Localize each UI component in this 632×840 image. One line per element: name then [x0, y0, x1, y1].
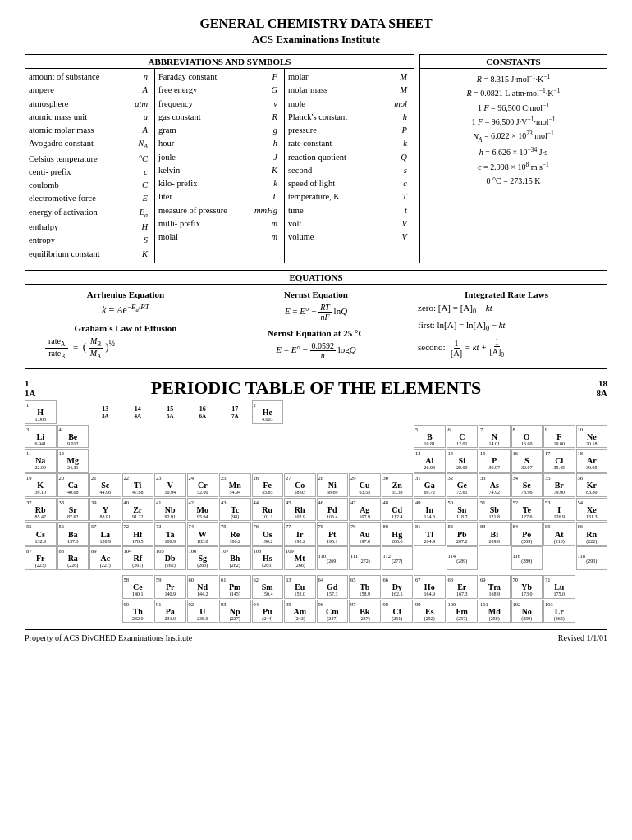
abbrev-row: Avogadro constantNA: [29, 137, 151, 152]
abbrev-row: electromotive forceE: [29, 192, 151, 205]
element-As: 33As74.92: [479, 473, 511, 497]
abbrev-row: kelvinK: [158, 164, 281, 177]
abbrev-row: frequencyv: [158, 98, 281, 111]
actinide-row: 90Th232.0 91Pa231.0 92U238.0 93Np(237) 9…: [25, 600, 607, 623]
pt-grid: 1H1.008 133A 144A 155A 166A 177A 2He4.00…: [25, 400, 607, 623]
abbrev-row: molemol: [288, 98, 410, 111]
period-2: 3Li6.941 4Be9.012 5B10.81 6C12.01 7N14.0…: [25, 425, 607, 449]
group-1-label: 11A: [25, 378, 35, 398]
element-N: 7N14.01: [479, 425, 511, 449]
element-Fm: 100Fm(257): [447, 600, 479, 623]
element-Sb: 51Sb121.8: [479, 498, 511, 522]
abbrev-row: Faraday constantF: [158, 71, 281, 84]
equations-title: EQUATIONS: [25, 271, 607, 285]
abbrev-col-2: Faraday constantF free energyG frequency…: [155, 69, 285, 262]
footer-right: Revised 1/1/01: [558, 633, 607, 642]
nernst25-title: Nernst Equation at 25 °C: [227, 328, 405, 338]
element-Ta: 73Ta180.9: [154, 522, 186, 546]
element-La: 57La138.9: [89, 522, 121, 546]
element-Am: 95Am(243): [284, 600, 316, 623]
element-Ti: 22Ti47.88: [122, 473, 154, 497]
constants-content: R = 8.315 J·mol−1·K−1 R = 0.0821 L·atm·m…: [420, 69, 607, 191]
nernst-title: Nernst Equation: [227, 290, 405, 299]
abbrev-col-1: amount of substancen ampereA atmospherea…: [25, 69, 155, 262]
const-row: h = 6.626 × 10−34 J·s: [425, 145, 602, 159]
integrated-title: Integrated Rate Laws: [418, 290, 595, 299]
const-row: R = 8.315 J·mol−1·K−1: [425, 72, 602, 86]
element-Nd: 60Nd144.2: [187, 575, 219, 599]
element-At: 85At(210): [543, 522, 575, 546]
element-F: 9F19.00: [543, 425, 575, 449]
constants-box: CONSTANTS R = 8.315 J·mol−1·K−1 R = 0.08…: [419, 54, 607, 263]
element-P: 15P30.97: [479, 449, 511, 472]
footer: Property of ACS DivCHED Examinations Ins…: [25, 629, 607, 642]
grahams-formula: rateA rateB = ( MB MA )½: [37, 336, 214, 360]
abbrev-row: speed of lightc: [288, 177, 410, 190]
grahams-title: Graham's Law of Effusion: [37, 323, 214, 333]
element-Sr: 38Sr87.62: [57, 498, 89, 522]
abbreviations-box: ABBREVIATIONS AND SYMBOLS amount of subs…: [25, 54, 414, 263]
abbrev-row: kilo- prefixk: [158, 177, 281, 190]
element-Hf: 72Hf178.5: [122, 522, 154, 546]
element-Ga: 31Ga69.72: [414, 473, 446, 497]
element-Br: 35Br79.90: [543, 473, 575, 497]
element-Xe: 54Xe131.3: [576, 498, 608, 522]
element-Md: 101Md(258): [479, 600, 511, 623]
abbrev-row: pressureP: [288, 124, 410, 137]
element-Ir: 77Ir192.2: [284, 522, 316, 546]
element-K: 19K39.10: [25, 473, 57, 497]
abbrev-row: coulombC: [29, 179, 151, 192]
gap-cell: [89, 425, 413, 449]
element-No: 102No(259): [511, 600, 543, 623]
element-Li: 3Li6.941: [25, 425, 57, 449]
abbrev-row: Planck's constanth: [288, 111, 410, 124]
gap-cell: [25, 575, 121, 599]
element-Ar: 18Ar39.95: [576, 449, 608, 472]
gap-cell: [414, 546, 446, 570]
abbrev-row: volumeV: [288, 231, 410, 244]
equations-content: Arrhenius Equation k = Ae−Ea/RT Graham's…: [25, 285, 607, 368]
empty-cell: 177A: [219, 400, 251, 424]
gap-cell: [89, 449, 413, 472]
element-Pa: 91Pa231.0: [154, 600, 186, 623]
element-Cd: 48Cd112.4: [382, 498, 414, 522]
element-Ba: 56Ba137.3: [57, 522, 89, 546]
empty-cell: [57, 400, 89, 424]
periodic-table-section: 11A PERIODIC TABLE OF THE ELEMENTS 188A …: [25, 377, 607, 623]
period-7: 87Fr(223) 88Ra(226) 89Ac(227) 104Rf(261)…: [25, 546, 607, 570]
element-Zr: 40Zr91.22: [122, 498, 154, 522]
element-Be: 4Be9.012: [57, 425, 89, 449]
element-Fr: 87Fr(223): [25, 546, 57, 570]
element-Te: 52Te127.6: [511, 498, 543, 522]
element-118: 118(293): [576, 546, 608, 570]
element-Cr: 24Cr52.00: [187, 473, 219, 497]
element-Ne: 10Ne20.18: [576, 425, 608, 449]
element-Y: 39Y88.91: [89, 498, 121, 522]
abbrev-row: literL: [158, 190, 281, 203]
constants-title: CONSTANTS: [420, 55, 607, 69]
abbrev-col-3: molarM molar massM molemol Planck's cons…: [285, 69, 414, 262]
integrated-zero: zero: [A] = [A]0 − kt: [418, 303, 595, 315]
element-Ca: 20Ca40.08: [57, 473, 89, 497]
element-Pb: 82Pb207.2: [447, 522, 479, 546]
element-Cs: 55Cs132.9: [25, 522, 57, 546]
abbrev-row: gas constantR: [158, 111, 281, 124]
element-I: 53I126.9: [543, 498, 575, 522]
element-Pm: 61Pm(145): [219, 575, 251, 599]
element-Bi: 83Bi209.0: [479, 522, 511, 546]
element-S: 16S32.07: [511, 449, 543, 472]
element-C: 6C12.01: [447, 425, 479, 449]
abbrev-row: milli- prefixm: [158, 217, 281, 231]
abbrev-row: seconds: [288, 164, 410, 177]
element-Rn: 86Rn(222): [576, 522, 608, 546]
footer-left: Property of ACS DivCHED Examinations Ins…: [25, 633, 192, 642]
element-Mt: 109Mt(266): [284, 546, 316, 570]
element-Eu: 63Eu152.0: [284, 575, 316, 599]
element-Mg: 12Mg24.31: [57, 449, 89, 472]
empty-cell: 166A: [187, 400, 219, 424]
element-Gd: 64Gd157.3: [317, 575, 349, 599]
abbrev-row: atomic molar massA: [29, 124, 151, 137]
element-Cu: 29Cu63.55: [349, 473, 381, 497]
abbrev-row: atomic mass unitu: [29, 111, 151, 124]
element-Po: 84Po(209): [511, 522, 543, 546]
